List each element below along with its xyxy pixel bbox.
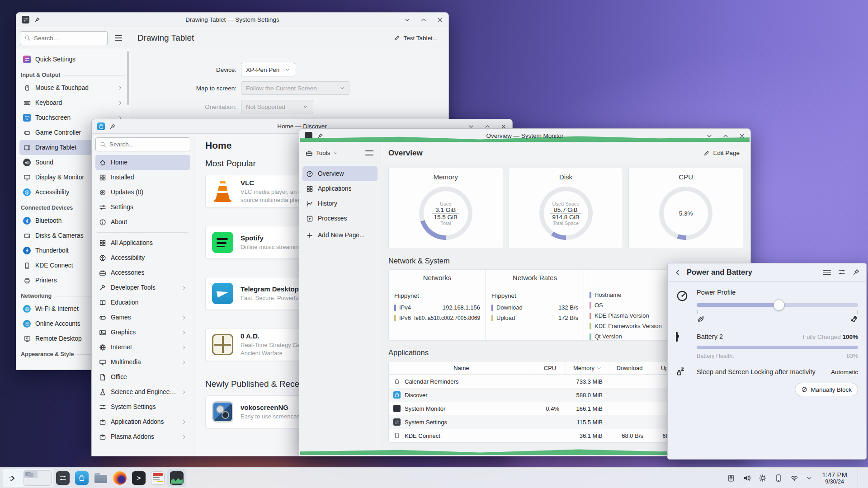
nav-updates[interactable]: Updates (0)	[95, 185, 190, 200]
nav-about[interactable]: About	[95, 215, 190, 230]
device-combobox[interactable]: XP-Pen Pen	[241, 63, 295, 76]
close-icon[interactable]	[739, 133, 745, 139]
close-icon[interactable]	[437, 17, 443, 23]
window-title: Overview — System Monitor	[358, 132, 692, 139]
brightness-icon[interactable]	[759, 474, 767, 482]
settings-search-input[interactable]	[34, 35, 102, 42]
sidebar-item-keyboard[interactable]: Keyboard	[19, 95, 127, 110]
sidebar-scrollbar[interactable]	[127, 51, 129, 105]
cat-accessories[interactable]: Accessories	[95, 265, 190, 280]
sidebar-item-quick-settings[interactable]: Quick Settings	[19, 52, 127, 67]
slider-fill	[697, 303, 779, 307]
pin-icon[interactable]	[34, 17, 40, 23]
settings-toolbar: Drawing Tablet Test Tablet...	[16, 27, 448, 49]
discover-search-input[interactable]	[109, 141, 168, 148]
cat-office[interactable]: Office	[95, 370, 190, 385]
volume-icon[interactable]	[743, 474, 751, 482]
sound-icon	[23, 159, 31, 166]
configure-icon[interactable]	[838, 268, 845, 276]
cat-accessibility[interactable]: Accessibility	[95, 250, 190, 265]
task-system-settings[interactable]	[53, 469, 72, 487]
application-launcher-button[interactable]	[3, 469, 22, 487]
accessibility-icon	[99, 254, 106, 262]
pin-icon[interactable]	[109, 123, 116, 130]
task-firefox[interactable]	[110, 469, 129, 487]
nav-settings[interactable]: Settings	[95, 200, 190, 215]
map-to-screen-label: Map to screen:	[130, 85, 241, 92]
cat-application-addons[interactable]: Application Addons	[95, 414, 190, 429]
desktop-3[interactable]	[24, 478, 38, 485]
nav-applications[interactable]: Applications	[302, 181, 377, 196]
pin-icon[interactable]	[853, 268, 860, 276]
nav-processes[interactable]: Processes	[302, 211, 377, 226]
taskbar: > 1:47 PM 9/30/24	[0, 467, 868, 488]
legend-bar	[394, 315, 396, 321]
nav-history[interactable]: History	[302, 196, 377, 211]
pin-icon[interactable]	[317, 133, 323, 139]
col-memory[interactable]: Memory	[566, 361, 609, 374]
discover-search[interactable]	[95, 137, 190, 151]
map-to-screen-combobox: Follow the Current Screen	[241, 81, 349, 95]
sysmon-menu-button[interactable]	[362, 146, 377, 160]
power-profile-slider[interactable]	[697, 303, 858, 307]
sysmon-titlebar[interactable]: Overview — System Monitor	[299, 129, 750, 143]
tools-button[interactable]: Tools	[303, 147, 342, 159]
chevron-down-icon	[334, 150, 339, 156]
home-icon	[99, 159, 106, 166]
task-discover[interactable]	[72, 469, 91, 487]
settings-page-title: Drawing Tablet	[137, 33, 194, 43]
clipboard-icon[interactable]	[727, 474, 735, 482]
cat-all-applications[interactable]: All Applications	[95, 235, 190, 250]
nav-installed[interactable]: Installed	[95, 170, 190, 185]
back-icon[interactable]	[674, 269, 681, 276]
updates-icon	[99, 189, 106, 196]
legend-bar	[590, 313, 591, 319]
sidebar-item-mouse-touchpad[interactable]: Mouse & Touchpad	[19, 80, 127, 95]
task-korganizer[interactable]	[148, 469, 167, 487]
task-system-monitor[interactable]	[167, 469, 186, 487]
cat-internet[interactable]: Internet	[95, 340, 190, 355]
maximize-icon[interactable]	[420, 17, 427, 23]
show-desktop-button[interactable]	[858, 469, 862, 487]
chevron-right-icon	[118, 100, 123, 106]
tray-expand-icon[interactable]	[806, 475, 812, 481]
edit-page-button[interactable]: Edit Page	[700, 147, 743, 159]
cat-system-settings[interactable]: System Settings	[95, 399, 190, 414]
sleep-label: Sleep and Screen Locking after Inactivit…	[697, 368, 816, 375]
nav-add-new-page[interactable]: Add New Page...	[302, 228, 377, 243]
nav-home[interactable]: Home	[95, 155, 190, 170]
cat-plasma-addons[interactable]: Plasma Addons	[95, 429, 190, 444]
desktop-4[interactable]	[38, 478, 51, 485]
col-download[interactable]: Download	[609, 361, 650, 374]
minimize-icon[interactable]	[404, 17, 410, 23]
settings-titlebar[interactable]: Drawing Tablet — System Settings	[16, 13, 448, 27]
task-dolphin[interactable]	[91, 469, 110, 487]
virtual-desktop-pager[interactable]	[24, 470, 52, 486]
manually-block-button[interactable]: Manually Block	[795, 383, 858, 396]
desktop-2[interactable]	[38, 471, 51, 478]
popup-menu-icon[interactable]	[823, 268, 831, 277]
monitor-icon	[23, 174, 31, 181]
cat-education[interactable]: Education	[95, 295, 190, 310]
col-cpu[interactable]: CPU	[534, 361, 566, 374]
settings-search[interactable]	[20, 31, 108, 45]
cat-graphics[interactable]: Graphics	[95, 325, 190, 340]
col-name[interactable]: Name	[389, 361, 534, 374]
test-tablet-button[interactable]: Test Tablet...	[390, 32, 441, 44]
desktop-1[interactable]	[24, 471, 38, 478]
task-konsole[interactable]: >	[129, 469, 148, 487]
digital-clock[interactable]: 1:47 PM 9/30/24	[822, 471, 847, 485]
wifi-icon[interactable]	[790, 474, 798, 482]
kde-connect-tray-icon[interactable]	[774, 474, 783, 482]
cat-games[interactable]: Games	[95, 310, 190, 325]
cat-science-engineering[interactable]: Science and Engineering	[95, 385, 190, 399]
cat-developer-tools[interactable]: Developer Tools	[95, 280, 190, 295]
settings-menu-button[interactable]	[111, 31, 126, 45]
cat-multimedia[interactable]: Multimedia	[95, 355, 190, 370]
slider-handle[interactable]	[774, 300, 785, 311]
orientation-label: Orientation:	[130, 103, 241, 110]
info-icon	[99, 219, 106, 226]
minimize-icon[interactable]	[706, 133, 712, 139]
nav-overview[interactable]: Overview	[302, 166, 377, 181]
maximize-icon[interactable]	[722, 133, 729, 139]
